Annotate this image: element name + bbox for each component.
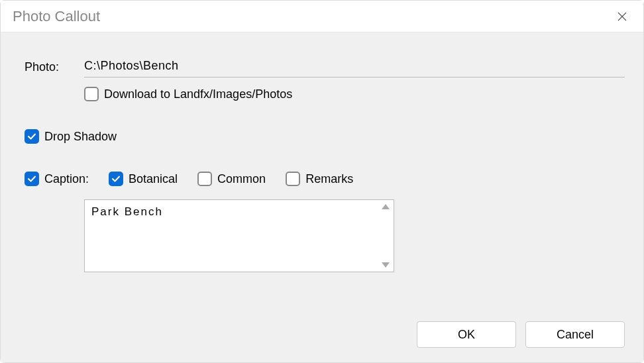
cancel-button[interactable]: Cancel xyxy=(525,321,625,348)
drop-shadow-row: Drop Shadow xyxy=(25,129,625,144)
dialog-content: Photo: Download to Landfx/Images/Photos … xyxy=(1,32,643,362)
download-label: Download to Landfx/Images/Photos xyxy=(104,87,292,101)
caption-checkbox[interactable] xyxy=(25,172,39,186)
check-icon xyxy=(111,174,121,183)
photo-row: Photo: xyxy=(25,56,625,78)
common-group: Common xyxy=(197,172,266,186)
photo-path-input[interactable] xyxy=(84,56,625,78)
check-icon xyxy=(27,174,36,183)
check-icon xyxy=(27,132,36,141)
botanical-group: Botanical xyxy=(109,172,178,186)
common-label: Common xyxy=(217,172,266,186)
titlebar: Photo Callout xyxy=(1,1,643,32)
caption-label: Caption: xyxy=(44,172,89,186)
caption-text-box xyxy=(84,199,394,272)
photo-callout-dialog: Photo Callout Photo: Download to Landfx/… xyxy=(0,0,644,363)
scroll-column xyxy=(378,200,394,272)
drop-shadow-label: Drop Shadow xyxy=(44,130,117,144)
common-checkbox[interactable] xyxy=(197,172,212,186)
close-button[interactable] xyxy=(613,7,631,26)
scroll-down-icon[interactable] xyxy=(382,262,390,268)
drop-shadow-checkbox[interactable] xyxy=(25,129,39,144)
button-row: OK Cancel xyxy=(417,321,625,348)
botanical-checkbox[interactable] xyxy=(109,172,123,186)
remarks-label: Remarks xyxy=(305,172,353,186)
caption-group: Caption: xyxy=(25,172,89,186)
ok-button[interactable]: OK xyxy=(417,321,516,348)
download-row: Download to Landfx/Images/Photos xyxy=(84,87,625,101)
dialog-title: Photo Callout xyxy=(13,8,100,25)
remarks-checkbox[interactable] xyxy=(286,172,300,186)
scroll-up-icon[interactable] xyxy=(382,204,390,209)
download-checkbox[interactable] xyxy=(84,87,99,101)
close-icon xyxy=(617,11,627,22)
caption-textarea[interactable] xyxy=(85,200,378,272)
botanical-label: Botanical xyxy=(129,172,178,186)
photo-label: Photo: xyxy=(25,60,84,74)
remarks-group: Remarks xyxy=(286,172,353,186)
caption-row: Caption: Botanical Common Remarks xyxy=(25,172,625,186)
